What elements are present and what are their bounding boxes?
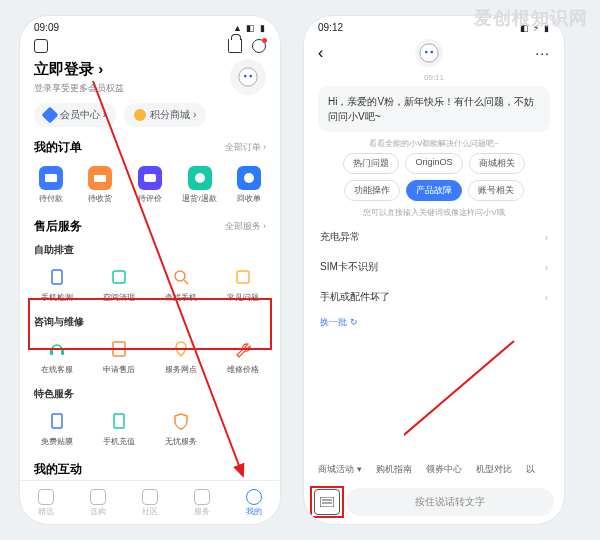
tab-featured[interactable]: 精选: [20, 481, 72, 524]
order-pending-pay[interactable]: 待付款: [26, 162, 76, 208]
online-service[interactable]: 在线客服: [26, 333, 88, 379]
svg-rect-14: [61, 350, 64, 355]
worry-free[interactable]: 无忧服务: [150, 405, 212, 451]
all-services-link[interactable]: 全部服务 ›: [225, 220, 267, 233]
phone-check-icon: [48, 268, 66, 286]
phone-check[interactable]: 手机检测: [26, 261, 88, 307]
svg-rect-5: [144, 174, 156, 182]
status-icons: ▲ ◧ ▮: [233, 23, 266, 33]
chat-icon: [144, 172, 156, 184]
list-item[interactable]: SIM卡不识别›: [304, 252, 564, 282]
chat-avatar: [415, 39, 443, 67]
svg-rect-9: [113, 271, 125, 283]
chip-fault[interactable]: 产品故障: [406, 180, 462, 201]
svg-line-11: [184, 280, 188, 284]
question-icon: [234, 268, 252, 286]
repair-price[interactable]: 维修价格: [212, 333, 274, 379]
chevron-right-icon: ›: [545, 232, 548, 243]
order-refund[interactable]: 退货/退款: [175, 162, 225, 208]
recharge-icon: [110, 412, 128, 430]
robot-icon: [418, 42, 440, 64]
hint-text-2: 您可以直接输入关键词或像这样问小V哦: [304, 207, 564, 218]
member-center-pill[interactable]: 会员中心 ›: [34, 103, 116, 127]
svg-rect-4: [94, 175, 106, 182]
suggestion-item[interactable]: 购机指南: [376, 463, 412, 476]
chip-mall[interactable]: 商城相关: [469, 153, 525, 174]
chevron-right-icon: ›: [545, 292, 548, 303]
order-pending-review[interactable]: 待评价: [125, 162, 175, 208]
message-time: 09:11: [304, 73, 564, 82]
svg-rect-3: [45, 174, 57, 182]
shield-icon: [172, 412, 190, 430]
chip-hot[interactable]: 热门问题: [343, 153, 399, 174]
chip-function[interactable]: 功能操作: [344, 180, 400, 201]
form-icon: [110, 340, 128, 358]
service-points[interactable]: 服务网点: [150, 333, 212, 379]
svg-rect-27: [320, 497, 334, 507]
faq[interactable]: 常见问题: [212, 261, 274, 307]
back-button[interactable]: ‹: [318, 44, 323, 62]
messages-icon[interactable]: [252, 39, 266, 53]
svg-rect-8: [52, 270, 62, 284]
chip-originos[interactable]: OriginOS: [405, 153, 462, 174]
order-recycle[interactable]: 回收单: [224, 162, 274, 208]
list-item[interactable]: 手机或配件坏了›: [304, 282, 564, 312]
interact-title: 我的互动: [34, 461, 82, 478]
find-phone[interactable]: 查找手机: [150, 261, 212, 307]
avatar[interactable]: [230, 59, 266, 95]
svg-point-24: [420, 44, 438, 62]
suggestion-item[interactable]: 商城活动 ▾: [318, 463, 362, 476]
svg-rect-12: [237, 271, 249, 283]
keyboard-icon: [320, 497, 334, 507]
headset-icon: [48, 340, 66, 358]
all-orders-link[interactable]: 全部订单 ›: [225, 141, 267, 154]
svg-point-0: [239, 68, 257, 86]
chevron-right-icon: ›: [545, 262, 548, 273]
suggestion-item[interactable]: 领券中心: [426, 463, 462, 476]
coin-icon: [134, 109, 146, 121]
chip-account[interactable]: 账号相关: [468, 180, 524, 201]
space-clean[interactable]: 空间清理: [88, 261, 150, 307]
order-pending-receive[interactable]: 待收货: [76, 162, 126, 208]
greeting-bubble: Hi，亲爱的V粉，新年快乐！有什么问题，不妨问问小V吧~: [318, 86, 550, 132]
svg-point-6: [195, 173, 205, 183]
recycle-icon: [243, 172, 255, 184]
login-button[interactable]: 立即登录 ›: [34, 60, 124, 79]
film-icon: [48, 412, 66, 430]
free-film[interactable]: 免费贴膜: [26, 405, 88, 451]
wrench-icon: [234, 340, 252, 358]
phone-left: 09:09 ▲ ◧ ▮ 立即登录 › 登录享受更多会员权益 会员中心 › 积分商…: [20, 16, 280, 524]
tab-mine[interactable]: 我的: [228, 481, 280, 524]
orders-grid: 待付款 待收货 待评价 退货/退款 回收单: [20, 160, 280, 212]
svg-point-7: [244, 173, 254, 183]
suggestion-item[interactable]: 以: [526, 463, 535, 476]
tab-shop[interactable]: 选购: [72, 481, 124, 524]
settings-icon[interactable]: [34, 39, 48, 53]
cart-icon[interactable]: [228, 39, 242, 53]
consult-subtitle: 咨询与维修: [20, 311, 280, 331]
suggestion-item[interactable]: 机型对比: [476, 463, 512, 476]
selfhelp-subtitle: 自助排查: [20, 239, 280, 259]
points-mall-pill[interactable]: 积分商城 ›: [124, 103, 206, 127]
search-icon: [172, 268, 190, 286]
tab-service[interactable]: 服务: [176, 481, 228, 524]
svg-point-1: [244, 75, 247, 78]
topic-chips: 热门问题 OriginOS 商城相关 功能操作 产品故障 账号相关: [304, 153, 564, 201]
keyboard-button[interactable]: [314, 489, 340, 515]
wallet-icon: [45, 172, 57, 184]
svg-point-2: [249, 75, 252, 78]
more-button[interactable]: ···: [535, 45, 550, 61]
phone-recharge[interactable]: 手机充值: [88, 405, 150, 451]
status-time: 09:12: [318, 22, 343, 33]
hint-text-1: 看看全能的小V都能解决什么问题吧~: [304, 138, 564, 149]
special-subtitle: 特色服务: [20, 383, 280, 403]
voice-input[interactable]: 按住说话转文字: [346, 488, 554, 516]
apply-aftersale[interactable]: 申请售后: [88, 333, 150, 379]
suggestion-row: 商城活动 ▾ 购机指南 领券中心 机型对比 以: [304, 457, 564, 482]
status-bar: 09:09 ▲ ◧ ▮: [20, 16, 280, 35]
svg-rect-15: [113, 342, 125, 356]
refresh-link[interactable]: 换一批 ↻: [304, 312, 564, 333]
list-item[interactable]: 充电异常›: [304, 222, 564, 252]
tab-community[interactable]: 社区: [124, 481, 176, 524]
svg-point-26: [431, 51, 434, 54]
